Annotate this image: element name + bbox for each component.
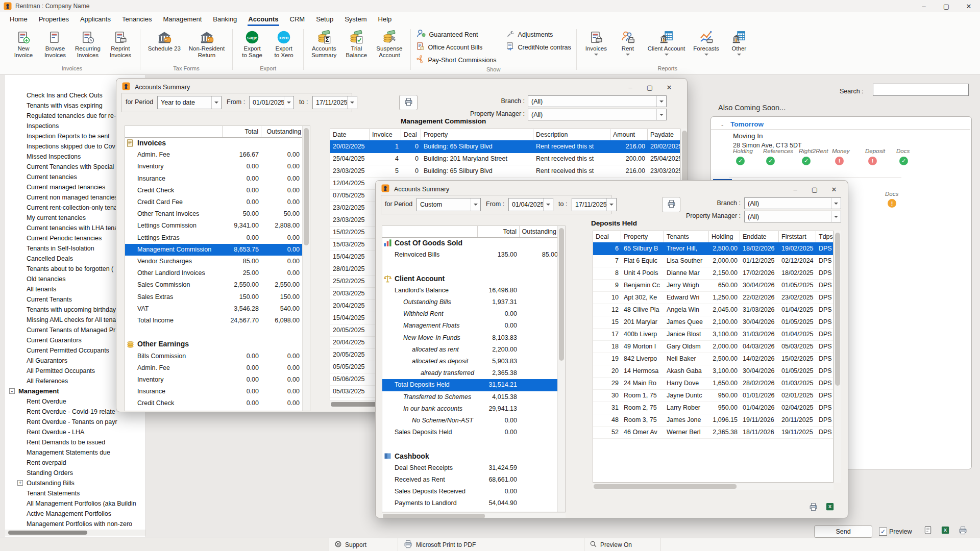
back-list-vscrollbar[interactable] [302, 126, 310, 411]
preview-checkbox[interactable]: ✓ [879, 528, 887, 536]
front-to-date-input[interactable]: 17/11/2025 [572, 198, 617, 211]
export-excel-button[interactable]: X [939, 525, 951, 537]
ribbon-button-client-account[interactable]: Client Account [645, 28, 688, 65]
deposits-table-row[interactable]: 19842 LiverpoNeil Baker2,500.0014/02/202… [593, 353, 833, 365]
sidebar-item-rent-overdue-lha[interactable]: Rent Overdue - LHA [5, 427, 145, 437]
sidebar-item-rent-demands-to-be-issued[interactable]: Rent Demands to be issued [5, 437, 145, 447]
menu-item-help[interactable]: Help [373, 13, 398, 25]
deposits-col-property[interactable]: Property [621, 231, 664, 242]
sidebar-item-rent-overdue-tenants-on-payr[interactable]: Rent Overdue - Tenants on payr [5, 417, 145, 427]
deposits-print-button[interactable] [807, 502, 819, 513]
deposits-vscroll-thumb[interactable] [835, 233, 840, 386]
status-printer[interactable]: Microsoft Print to PDF [398, 538, 584, 551]
ribbon-button-trial-balance[interactable]: Trial Balance [342, 28, 371, 65]
deposits-col-tenants[interactable]: Tenants [664, 231, 709, 242]
coming-soon-group[interactable]: Tomorrow [730, 120, 764, 128]
list-row[interactable]: Total Income24,567.706,098.00 [125, 315, 303, 327]
front-list-hscroll-thumb[interactable] [383, 514, 485, 518]
back-to-date-input[interactable]: 17/11/2025 [312, 96, 357, 109]
mgmt-table-row[interactable]: 20/02/202510Building: 65 Silbury BlvdRen… [330, 140, 680, 153]
front-col-outstanding[interactable]: Outstanding [519, 226, 559, 237]
collapse-icon[interactable]: - [9, 388, 15, 394]
list-row[interactable]: Inventory0.000.00 [125, 374, 303, 386]
list-row[interactable]: Vendor Surcharges85.000.00 [125, 256, 303, 267]
send-button[interactable]: Send [814, 525, 872, 538]
back-pm-select[interactable]: (All) [528, 109, 667, 120]
sidebar-item-tenant-statements[interactable]: Tenant Statements [5, 488, 145, 498]
list-row[interactable]: Insurance0.000.00 [125, 173, 303, 185]
list-row[interactable]: Lettings Commission9,341.002,808.00 [125, 220, 303, 232]
deposits-vscrollbar[interactable] [834, 231, 841, 483]
front-print-button[interactable] [662, 197, 680, 212]
front-col-total[interactable]: Total [477, 226, 519, 237]
deposits-table-row[interactable]: 17400b LiverpJanice Blost3,100.0031/03/2… [593, 328, 833, 341]
front-list-hscrollbar[interactable] [382, 512, 566, 518]
list-row[interactable]: allocated as deposit5,903.83 [382, 356, 558, 367]
deposits-table-row[interactable]: 9Benjamin CcJerry Wrigh650.0030/04/20260… [593, 279, 833, 292]
menu-item-home[interactable]: Home [4, 13, 33, 25]
list-row[interactable]: Transferred to Schemes4,015.38 [382, 391, 558, 403]
deposits-table-row[interactable]: 48Room 3, 75James Jone1,096.1519/11/2026… [593, 414, 833, 427]
menu-item-banking[interactable]: Banking [207, 13, 242, 25]
ribbon-button-accounts-summary[interactable]: ΣAccounts Summary [309, 28, 339, 65]
app-minimize-button[interactable]: – [913, 0, 935, 12]
notes-button[interactable] [922, 525, 934, 537]
menu-item-applicants[interactable]: Applicants [75, 13, 116, 25]
back-minimize-button[interactable]: – [621, 81, 640, 94]
ribbon-button-new-invoice[interactable]: New Invoice [9, 28, 38, 65]
mgmt-col-invoice[interactable]: Invoice [370, 129, 401, 140]
sidebar-item-standing-orders[interactable]: Standing Orders [5, 468, 145, 478]
deposits-table-row[interactable]: 1248 Cllive PlaAngela Win2,045.0031/03/2… [593, 304, 833, 316]
deposits-col-holding[interactable]: Holding [709, 231, 740, 242]
list-row[interactable]: New Move-In Funds8,103.83 [382, 332, 558, 344]
ribbon-button-schedule-23[interactable]: Schedule 23 [145, 28, 183, 65]
list-row[interactable]: Sales Extras150.00150.00 [125, 291, 303, 303]
list-row[interactable]: Payments to Landlord54,044.90 [382, 497, 558, 509]
group-collapse-icon[interactable]: - [721, 121, 723, 129]
ribbon-button-creditnote-contras[interactable]: CreditNote contras [506, 42, 571, 53]
list-row[interactable]: Deal Sheet Receipts31,424.59 [382, 462, 558, 474]
deposits-col-enddate[interactable]: Enddate [740, 231, 779, 242]
list-row[interactable]: Credit Card Fee0.000.00 [125, 196, 303, 208]
deposits-col-firststart[interactable]: Firststart [779, 231, 816, 242]
back-col-outstanding[interactable]: Outstanding [261, 126, 304, 137]
ribbon-button-guaranteed-rent[interactable]: Guaranteed Rent [416, 29, 497, 40]
deposits-hscroll-thumb[interactable] [594, 484, 737, 489]
menu-item-tenancies[interactable]: Tenancies [116, 13, 158, 25]
search-input[interactable] [873, 84, 969, 96]
ribbon-button-reprint-invoices[interactable]: Reprint Invoices [106, 28, 135, 65]
front-close-button[interactable]: ✕ [824, 183, 844, 196]
list-row[interactable]: Outstanding Bills1,937.31 [382, 296, 558, 308]
front-list-vscrollbar[interactable] [557, 226, 565, 512]
deposits-export-button[interactable]: X [824, 502, 836, 513]
menu-item-setup[interactable]: Setup [310, 13, 339, 25]
ribbon-button-adjustments[interactable]: Adjustments [506, 29, 571, 40]
ribbon-button-export-to-xero[interactable]: xeroExport to Xero [270, 28, 298, 65]
deposits-table-row[interactable]: 10Apt 302, KeEdward Wri1,250.0022/02/202… [593, 291, 833, 304]
sidebar-item-management-statements-due[interactable]: Management Statements due [5, 447, 145, 458]
list-row[interactable]: Admin. Fee0.000.00 [125, 362, 303, 374]
front-branch-select[interactable]: (All) [744, 197, 841, 209]
front-list-vscroll-thumb[interactable] [559, 228, 564, 361]
deposits-table-row[interactable]: 7Flat 6 EquicLisa Souther2,000.0001/12/2… [593, 255, 833, 267]
ribbon-button-forecasts[interactable]: Forecasts [691, 28, 722, 65]
list-row[interactable]: Inventory0.000.00 [125, 161, 303, 172]
back-from-date-input[interactable]: 01/01/2025 [249, 96, 294, 109]
back-period-select[interactable]: Year to date [157, 96, 222, 109]
deposits-table-row[interactable]: 2924 Main RoHarry Dove1,650.0028/02/2026… [593, 377, 833, 390]
ribbon-button-non-resident-return[interactable]: Non-Resident Return [186, 28, 227, 65]
ribbon-button-suspense-account[interactable]: Suspense Account [374, 28, 405, 65]
ribbon-button-invoices[interactable]: Invoices [582, 28, 610, 65]
ribbon-button-export-to-sage[interactable]: sageExport to Sage [238, 28, 266, 65]
event-type[interactable]: Moving In [733, 132, 763, 140]
status-preview-on[interactable]: Preview On [584, 538, 661, 551]
list-row[interactable]: In our bank accounts29,941.13 [382, 403, 558, 415]
mgmt-table-row[interactable]: 25/04/202540Building: 201 Maryland Stree… [330, 153, 680, 165]
back-branch-select[interactable]: (All) [528, 95, 667, 107]
front-period-select[interactable]: Custom [416, 198, 481, 211]
deposits-table-row[interactable]: 2014 HermosaAkash Gaba3,100.0030/04/2026… [593, 365, 833, 378]
deposits-table-row[interactable]: 1849 Morton IGary Oldsm2,000.0004/03/202… [593, 340, 833, 353]
mgmt-col-paydate[interactable]: Paydate [648, 129, 680, 140]
menu-item-properties[interactable]: Properties [33, 13, 75, 25]
ribbon-button-recurring-invoices[interactable]: Recurring Invoices [72, 28, 103, 65]
